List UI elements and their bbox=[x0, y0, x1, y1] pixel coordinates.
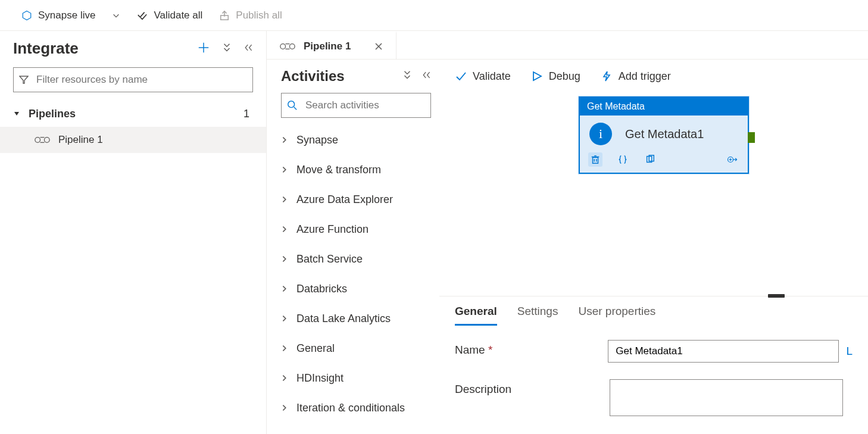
activities-category-list: SynapseMove & transformAzure Data Explor… bbox=[281, 125, 431, 423]
svg-point-17 bbox=[288, 101, 295, 108]
validate-all-button[interactable]: Validate all bbox=[133, 7, 206, 24]
activity-category-label: Move & transform bbox=[296, 164, 381, 176]
activities-collapse-button[interactable] bbox=[421, 70, 431, 83]
validate-label: Validate bbox=[473, 70, 511, 83]
activities-search-input[interactable] bbox=[281, 93, 431, 118]
activity-instance-name: Get Metadata1 bbox=[625, 127, 704, 141]
properties-tab[interactable]: General bbox=[455, 305, 497, 326]
activity-category[interactable]: Iteration & conditionals bbox=[281, 393, 431, 423]
name-field-label: Name bbox=[455, 344, 485, 356]
activity-category[interactable]: Move & transform bbox=[281, 155, 431, 185]
workspace-mode-label: Synapse live bbox=[38, 10, 95, 21]
chevron-down-icon bbox=[112, 11, 120, 20]
checkmark-icon bbox=[455, 70, 467, 82]
chevron-right-icon bbox=[281, 314, 288, 323]
validate-button[interactable]: Validate bbox=[455, 70, 511, 83]
activities-title: Activities bbox=[281, 68, 345, 85]
chevron-right-icon bbox=[281, 374, 288, 382]
filter-resources-input[interactable] bbox=[13, 67, 253, 92]
activity-category[interactable]: Synapse bbox=[281, 125, 431, 155]
chevron-double-down-icon bbox=[222, 42, 232, 53]
close-icon[interactable] bbox=[374, 42, 383, 51]
publish-all-label: Publish all bbox=[236, 10, 282, 21]
add-resource-button[interactable] bbox=[197, 41, 210, 57]
pipelines-tree-group[interactable]: Pipelines 1 bbox=[0, 101, 266, 127]
debug-button[interactable]: Debug bbox=[531, 70, 580, 83]
activities-expand-all-button[interactable] bbox=[402, 70, 412, 83]
pipeline-item-label: Pipeline 1 bbox=[58, 134, 103, 146]
activity-category[interactable]: Data Lake Analytics bbox=[281, 304, 431, 333]
activity-category[interactable]: Azure Function bbox=[281, 214, 431, 244]
search-icon bbox=[287, 100, 298, 111]
add-arrow-icon bbox=[727, 154, 738, 165]
svg-marker-6 bbox=[14, 112, 19, 115]
activity-name-input[interactable] bbox=[608, 340, 839, 363]
svg-marker-19 bbox=[533, 72, 541, 80]
top-command-bar: Synapse live Validate all Publish all bbox=[0, 0, 868, 31]
activity-copy-button[interactable] bbox=[643, 152, 657, 167]
publish-icon bbox=[219, 10, 230, 21]
synapse-hex-icon bbox=[21, 10, 32, 21]
publish-all-button[interactable]: Publish all bbox=[216, 7, 286, 24]
activity-description-input[interactable] bbox=[610, 379, 843, 416]
pane-resize-handle[interactable] bbox=[768, 294, 785, 298]
svg-point-12 bbox=[289, 43, 295, 49]
pipeline-icon bbox=[35, 135, 50, 145]
activity-category[interactable]: Azure Data Explorer bbox=[281, 185, 431, 214]
chevron-right-icon bbox=[281, 285, 288, 293]
play-icon bbox=[531, 70, 543, 82]
chevron-double-left-icon bbox=[243, 42, 253, 53]
activity-type-label: Get Metadata bbox=[580, 98, 748, 115]
info-icon: i bbox=[589, 123, 612, 145]
activity-category-label: Iteration & conditionals bbox=[296, 402, 405, 414]
chevron-double-down-icon bbox=[402, 70, 412, 80]
trash-icon bbox=[590, 154, 601, 165]
checkmark-all-icon bbox=[137, 10, 148, 21]
filter-icon bbox=[19, 75, 29, 85]
svg-marker-5 bbox=[20, 76, 28, 83]
chevron-right-icon bbox=[281, 195, 288, 204]
chevron-right-icon bbox=[281, 344, 288, 352]
activity-category-label: Azure Data Explorer bbox=[296, 193, 393, 206]
activity-category-label: Azure Function bbox=[296, 223, 369, 236]
svg-line-18 bbox=[294, 107, 297, 110]
chevron-right-icon bbox=[281, 225, 288, 233]
canvas-toolbar: Validate Debug Add trigger bbox=[439, 60, 868, 93]
activity-card-get-metadata[interactable]: Get Metadata i Get Metadata1 bbox=[579, 96, 749, 174]
activity-delete-button[interactable] bbox=[588, 152, 602, 167]
activity-category[interactable]: Databricks bbox=[281, 274, 431, 304]
activity-category[interactable]: Batch Service bbox=[281, 244, 431, 274]
copy-icon bbox=[645, 154, 655, 165]
activity-category[interactable]: General bbox=[281, 333, 431, 363]
pipelines-group-count: 1 bbox=[243, 108, 253, 120]
activity-success-output-handle[interactable] bbox=[748, 132, 755, 143]
properties-tabs: GeneralSettingsUser properties bbox=[439, 296, 868, 326]
workspace-mode-selector[interactable]: Synapse live bbox=[18, 7, 124, 24]
open-tabs-strip: Pipeline 1 bbox=[267, 31, 868, 60]
pipeline-tab[interactable]: Pipeline 1 bbox=[267, 31, 396, 59]
plus-icon bbox=[197, 41, 210, 54]
add-trigger-button[interactable]: Add trigger bbox=[601, 70, 671, 83]
svg-marker-0 bbox=[23, 11, 31, 20]
properties-pane: GeneralSettingsUser properties Name * L bbox=[439, 296, 868, 434]
learn-more-link[interactable]: L bbox=[846, 345, 853, 358]
pipeline-tree-item[interactable]: Pipeline 1 bbox=[0, 127, 266, 153]
debug-label: Debug bbox=[549, 70, 580, 83]
properties-tab[interactable]: Settings bbox=[517, 305, 558, 326]
activity-category[interactable]: HDInsight bbox=[281, 363, 431, 393]
pipeline-canvas[interactable]: Get Metadata i Get Metadata1 bbox=[439, 93, 868, 296]
activity-category-label: Data Lake Analytics bbox=[296, 313, 391, 325]
expand-all-button[interactable] bbox=[222, 42, 232, 55]
activity-add-output-button[interactable] bbox=[725, 152, 739, 167]
description-field-label: Description bbox=[455, 383, 511, 395]
activity-code-button[interactable] bbox=[616, 152, 630, 167]
lightning-icon bbox=[601, 70, 613, 82]
activities-panel: Activities bbox=[267, 60, 439, 434]
activity-category-label: HDInsight bbox=[296, 372, 344, 385]
activity-category-label: Databricks bbox=[296, 283, 347, 295]
svg-point-7 bbox=[35, 138, 40, 143]
collapse-panel-button[interactable] bbox=[243, 42, 253, 55]
properties-tab[interactable]: User properties bbox=[578, 305, 655, 326]
chevron-right-icon bbox=[281, 166, 288, 174]
editor-area: Pipeline 1 Activities bbox=[267, 31, 868, 434]
